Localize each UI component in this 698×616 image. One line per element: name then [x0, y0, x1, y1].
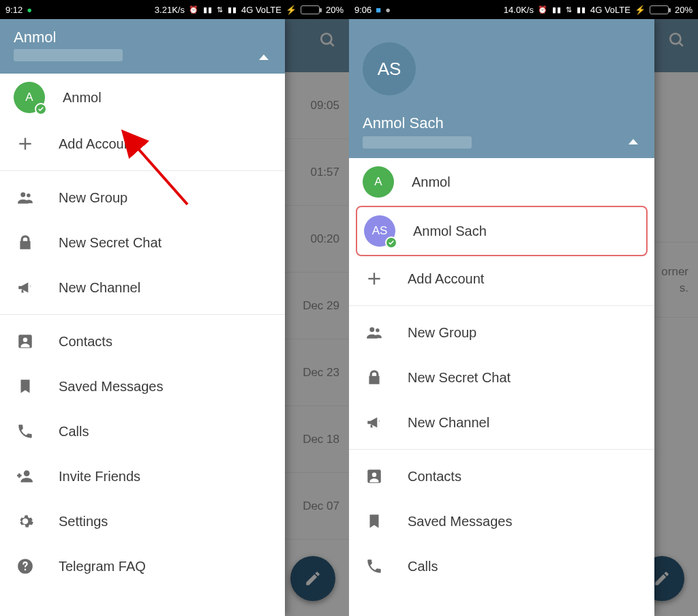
- menu-label: Invite Friends: [59, 469, 140, 484]
- compose-fab[interactable]: [290, 556, 335, 601]
- avatar: AS: [364, 215, 395, 247]
- bookmark-icon: [15, 376, 35, 397]
- menu-label: New Group: [59, 190, 127, 206]
- svg-point-16: [369, 327, 374, 332]
- menu-label: Settings: [59, 514, 108, 529]
- account-item[interactable]: A Anmol: [0, 74, 285, 121]
- account-name: Anmol: [412, 174, 451, 190]
- account-item-active[interactable]: AS Anmol Sach: [357, 207, 646, 255]
- profile-avatar: AS: [363, 42, 416, 95]
- search-icon[interactable]: [668, 31, 686, 49]
- svg-line-1: [330, 42, 333, 46]
- phone-screenshot-right: 9:06 ■ ● 14.0K/s ⏰ ▮▮ ⇅ ▮▮ 4G VoLTE ⚡ 20…: [349, 0, 698, 616]
- alarm-icon: ⏰: [538, 5, 548, 14]
- caret-up-icon[interactable]: [628, 139, 638, 144]
- saved-messages-item[interactable]: Saved Messages: [349, 499, 654, 544]
- plus-icon: [15, 134, 35, 154]
- status-net: 4G VoLTE: [590, 5, 631, 15]
- drawer-header[interactable]: AS Anmol Sach: [349, 19, 654, 158]
- account-item[interactable]: A Anmol: [349, 158, 654, 206]
- invite-friends-item[interactable]: Invite Friends: [0, 454, 285, 499]
- saved-messages-item[interactable]: Saved Messages: [0, 364, 285, 409]
- status-speed: 14.0K/s: [504, 5, 534, 15]
- phone-screenshot-left: 9:12 ● 3.21K/s ⏰ ▮▮ ⇅ ▮▮ 4G VoLTE ⚡ 20% …: [0, 0, 349, 616]
- menu-label: Calls: [59, 424, 89, 440]
- status-speed: 3.21K/s: [155, 5, 185, 15]
- header-name: Anmol: [14, 29, 271, 46]
- alarm-icon: ⏰: [189, 5, 199, 14]
- bookmark-icon: [364, 511, 384, 532]
- group-icon: [15, 187, 35, 208]
- battery-icon: [301, 5, 322, 14]
- add-account-item[interactable]: Add Account: [349, 256, 654, 301]
- new-channel-item[interactable]: New Channel: [0, 265, 285, 310]
- caret-up-icon[interactable]: [259, 55, 269, 60]
- charge-icon: ⚡: [635, 5, 646, 15]
- status-dot-icon: ●: [385, 5, 391, 15]
- drawer-header[interactable]: Anmol: [0, 19, 285, 74]
- navigation-drawer: Anmol A Anmol Add Account: [0, 19, 285, 616]
- menu-label: Add Account: [408, 271, 484, 287]
- new-secret-chat-item[interactable]: New Secret Chat: [0, 220, 285, 265]
- divider: [0, 314, 285, 315]
- search-icon[interactable]: [319, 31, 337, 49]
- arrows-icon: ⇅: [566, 5, 573, 14]
- signal-icon: ▮▮: [552, 5, 562, 14]
- plus-icon: [364, 268, 384, 289]
- megaphone-icon: [364, 412, 384, 433]
- new-secret-chat-item[interactable]: New Secret Chat: [349, 355, 654, 400]
- header-subtitle-redacted: [14, 49, 123, 61]
- svg-point-7: [23, 338, 28, 343]
- check-icon: [35, 103, 47, 115]
- account-name: Anmol: [63, 90, 102, 106]
- menu-label: Add Account: [59, 136, 135, 152]
- menu-label: Saved Messages: [408, 514, 512, 529]
- settings-item[interactable]: Settings: [0, 499, 285, 544]
- divider: [0, 170, 285, 171]
- calls-item[interactable]: Calls: [349, 544, 654, 589]
- drawer-menu: A Anmol AS Anmol Sach Add Account: [349, 158, 654, 616]
- menu-label: Contacts: [59, 334, 112, 350]
- help-icon: [15, 556, 35, 576]
- person-icon: [364, 466, 384, 487]
- telegram-faq-item[interactable]: Telegram FAQ: [0, 544, 285, 589]
- check-icon: [385, 236, 397, 249]
- svg-point-4: [20, 192, 25, 197]
- menu-label: New Secret Chat: [59, 235, 162, 251]
- status-time: 9:12: [5, 5, 22, 15]
- menu-label: New Secret Chat: [408, 370, 511, 386]
- svg-point-10: [25, 569, 27, 571]
- status-bar: 9:06 ■ ● 14.0K/s ⏰ ▮▮ ⇅ ▮▮ 4G VoLTE ⚡ 20…: [349, 0, 698, 19]
- charge-icon: ⚡: [286, 5, 297, 15]
- status-dot-icon: ■: [376, 5, 381, 15]
- new-channel-item[interactable]: New Channel: [349, 400, 654, 445]
- status-net: 4G VoLTE: [241, 5, 282, 15]
- gear-icon: [15, 511, 35, 532]
- menu-label: Telegram FAQ: [59, 559, 146, 574]
- divider: [349, 305, 654, 306]
- status-time: 9:06: [354, 5, 371, 15]
- person-icon: [15, 331, 35, 352]
- arrows-icon: ⇅: [217, 5, 224, 14]
- whatsapp-icon: ●: [27, 5, 32, 15]
- add-account-item[interactable]: Add Account: [0, 121, 285, 166]
- header-subtitle-redacted: [363, 136, 472, 149]
- megaphone-icon: [15, 277, 35, 298]
- header-name: Anmol Sach: [363, 114, 641, 132]
- account-name: Anmol Sach: [413, 224, 487, 239]
- contacts-item[interactable]: Contacts: [349, 454, 654, 499]
- phone-icon: [364, 556, 384, 576]
- menu-label: New Channel: [59, 280, 140, 296]
- signal-icon-2: ▮▮: [228, 5, 237, 14]
- calls-item[interactable]: Calls: [0, 409, 285, 454]
- new-group-item[interactable]: New Group: [349, 310, 654, 355]
- lock-icon: [364, 367, 384, 388]
- status-battery: 20%: [675, 5, 693, 15]
- svg-point-0: [321, 33, 331, 44]
- new-group-item[interactable]: New Group: [0, 175, 285, 220]
- navigation-drawer: AS Anmol Sach A Anmol AS Anmol Sach: [349, 19, 654, 616]
- contacts-item[interactable]: Contacts: [0, 319, 285, 364]
- phone-icon: [15, 421, 35, 442]
- svg-point-8: [24, 470, 30, 476]
- status-bar: 9:12 ● 3.21K/s ⏰ ▮▮ ⇅ ▮▮ 4G VoLTE ⚡ 20%: [0, 0, 349, 19]
